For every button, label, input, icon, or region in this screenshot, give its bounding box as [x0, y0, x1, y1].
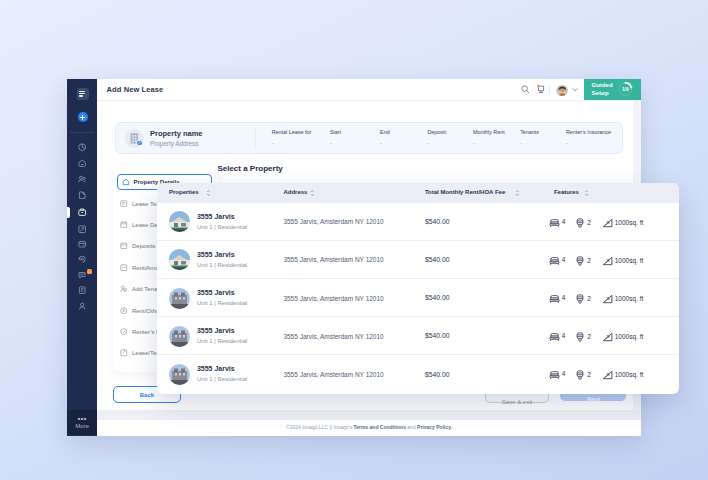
svg-text:1/9: 1/9 [622, 87, 629, 92]
svg-text:$: $ [123, 308, 126, 313]
